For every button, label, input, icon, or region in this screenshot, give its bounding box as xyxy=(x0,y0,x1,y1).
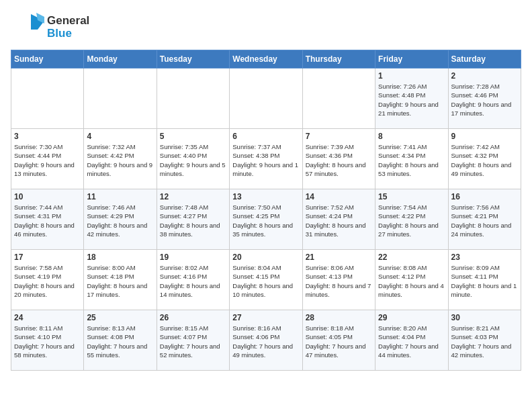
calendar-cell: 26Sunrise: 8:15 AM Sunset: 4:07 PM Dayli… xyxy=(157,310,229,371)
day-info: Sunrise: 7:26 AM Sunset: 4:48 PM Dayligh… xyxy=(378,82,445,118)
page-header: GeneralBlue xyxy=(11,11,521,44)
calendar-cell: 16Sunrise: 7:56 AM Sunset: 4:21 PM Dayli… xyxy=(448,189,521,250)
week-row-3: 10Sunrise: 7:44 AM Sunset: 4:31 PM Dayli… xyxy=(11,189,521,250)
day-number: 30 xyxy=(451,313,518,322)
day-info: Sunrise: 8:15 AM Sunset: 4:07 PM Dayligh… xyxy=(160,324,226,359)
day-info: Sunrise: 7:52 AM Sunset: 4:24 PM Dayligh… xyxy=(306,203,372,238)
day-number: 1 xyxy=(378,71,445,81)
weekday-header-tuesday: Tuesday xyxy=(157,50,229,68)
day-info: Sunrise: 8:18 AM Sunset: 4:05 PM Dayligh… xyxy=(306,324,372,359)
weekday-header-monday: Monday xyxy=(84,50,157,68)
day-info: Sunrise: 7:48 AM Sunset: 4:27 PM Dayligh… xyxy=(160,203,226,238)
calendar-cell: 21Sunrise: 8:06 AM Sunset: 4:13 PM Dayli… xyxy=(302,250,375,310)
week-row-1: 1Sunrise: 7:26 AM Sunset: 4:48 PM Daylig… xyxy=(11,68,521,129)
weekday-header-saturday: Saturday xyxy=(448,50,521,68)
calendar-cell: 5Sunrise: 7:35 AM Sunset: 4:40 PM Daylig… xyxy=(157,129,229,189)
calendar-cell: 19Sunrise: 8:02 AM Sunset: 4:16 PM Dayli… xyxy=(157,250,229,310)
calendar-cell: 13Sunrise: 7:50 AM Sunset: 4:25 PM Dayli… xyxy=(230,189,302,250)
day-number: 24 xyxy=(14,313,81,322)
day-number: 18 xyxy=(87,253,153,262)
day-info: Sunrise: 7:37 AM Sunset: 4:38 PM Dayligh… xyxy=(232,142,299,178)
calendar-table: SundayMondayTuesdayWednesdayThursdayFrid… xyxy=(11,50,521,371)
week-row-5: 24Sunrise: 8:11 AM Sunset: 4:10 PM Dayli… xyxy=(11,310,521,371)
day-number: 16 xyxy=(451,192,518,201)
weekday-header-thursday: Thursday xyxy=(302,50,375,68)
day-number: 28 xyxy=(306,313,372,322)
calendar-cell: 14Sunrise: 7:52 AM Sunset: 4:24 PM Dayli… xyxy=(302,189,375,250)
day-number: 20 xyxy=(232,253,299,262)
day-info: Sunrise: 7:41 AM Sunset: 4:34 PM Dayligh… xyxy=(378,142,445,178)
day-info: Sunrise: 7:42 AM Sunset: 4:32 PM Dayligh… xyxy=(451,142,518,178)
day-info: Sunrise: 8:06 AM Sunset: 4:13 PM Dayligh… xyxy=(306,263,372,299)
day-number: 27 xyxy=(232,313,299,322)
calendar-cell: 18Sunrise: 8:00 AM Sunset: 4:18 PM Dayli… xyxy=(84,250,157,310)
day-info: Sunrise: 7:28 AM Sunset: 4:46 PM Dayligh… xyxy=(451,82,518,118)
calendar-cell: 6Sunrise: 7:37 AM Sunset: 4:38 PM Daylig… xyxy=(230,129,302,189)
day-info: Sunrise: 7:30 AM Sunset: 4:44 PM Dayligh… xyxy=(14,142,81,178)
day-number: 14 xyxy=(306,192,372,201)
day-info: Sunrise: 8:16 AM Sunset: 4:06 PM Dayligh… xyxy=(232,324,299,359)
day-info: Sunrise: 8:11 AM Sunset: 4:10 PM Dayligh… xyxy=(14,324,81,359)
day-info: Sunrise: 7:32 AM Sunset: 4:42 PM Dayligh… xyxy=(87,142,153,178)
logo: GeneralBlue xyxy=(11,11,89,44)
day-info: Sunrise: 7:54 AM Sunset: 4:22 PM Dayligh… xyxy=(378,203,445,238)
day-number: 4 xyxy=(87,132,153,141)
logo-text-block: GeneralBlue xyxy=(47,15,89,40)
calendar-cell: 20Sunrise: 8:04 AM Sunset: 4:15 PM Dayli… xyxy=(230,250,302,310)
calendar-cell: 15Sunrise: 7:54 AM Sunset: 4:22 PM Dayli… xyxy=(375,189,448,250)
day-info: Sunrise: 8:09 AM Sunset: 4:11 PM Dayligh… xyxy=(451,263,518,299)
calendar-cell xyxy=(230,68,302,129)
calendar-cell: 10Sunrise: 7:44 AM Sunset: 4:31 PM Dayli… xyxy=(11,189,84,250)
calendar-cell: 17Sunrise: 7:58 AM Sunset: 4:19 PM Dayli… xyxy=(11,250,84,310)
day-info: Sunrise: 8:04 AM Sunset: 4:15 PM Dayligh… xyxy=(232,263,299,299)
day-info: Sunrise: 7:50 AM Sunset: 4:25 PM Dayligh… xyxy=(232,203,299,238)
day-number: 5 xyxy=(160,132,226,141)
calendar-cell: 11Sunrise: 7:46 AM Sunset: 4:29 PM Dayli… xyxy=(84,189,157,250)
day-number: 23 xyxy=(451,253,518,262)
day-info: Sunrise: 7:35 AM Sunset: 4:40 PM Dayligh… xyxy=(160,142,226,178)
calendar-cell: 22Sunrise: 8:08 AM Sunset: 4:12 PM Dayli… xyxy=(375,250,448,310)
day-info: Sunrise: 8:21 AM Sunset: 4:03 PM Dayligh… xyxy=(451,324,518,359)
calendar-cell xyxy=(11,68,84,129)
calendar-cell: 2Sunrise: 7:28 AM Sunset: 4:46 PM Daylig… xyxy=(448,68,521,129)
week-row-4: 17Sunrise: 7:58 AM Sunset: 4:19 PM Dayli… xyxy=(11,250,521,310)
day-number: 29 xyxy=(378,313,445,322)
day-info: Sunrise: 8:20 AM Sunset: 4:04 PM Dayligh… xyxy=(378,324,445,359)
day-number: 22 xyxy=(378,253,445,262)
calendar-cell: 1Sunrise: 7:26 AM Sunset: 4:48 PM Daylig… xyxy=(375,68,448,129)
calendar-cell: 24Sunrise: 8:11 AM Sunset: 4:10 PM Dayli… xyxy=(11,310,84,371)
calendar-cell xyxy=(157,68,229,129)
calendar-cell: 23Sunrise: 8:09 AM Sunset: 4:11 PM Dayli… xyxy=(448,250,521,310)
calendar-cell: 12Sunrise: 7:48 AM Sunset: 4:27 PM Dayli… xyxy=(157,189,229,250)
day-info: Sunrise: 7:46 AM Sunset: 4:29 PM Dayligh… xyxy=(87,203,153,238)
day-info: Sunrise: 7:56 AM Sunset: 4:21 PM Dayligh… xyxy=(451,203,518,238)
calendar-cell: 7Sunrise: 7:39 AM Sunset: 4:36 PM Daylig… xyxy=(302,129,375,189)
weekday-header-friday: Friday xyxy=(375,50,448,68)
calendar-cell: 29Sunrise: 8:20 AM Sunset: 4:04 PM Dayli… xyxy=(375,310,448,371)
day-number: 26 xyxy=(160,313,226,322)
calendar-cell: 4Sunrise: 7:32 AM Sunset: 4:42 PM Daylig… xyxy=(84,129,157,189)
calendar-cell: 8Sunrise: 7:41 AM Sunset: 4:34 PM Daylig… xyxy=(375,129,448,189)
calendar-cell: 9Sunrise: 7:42 AM Sunset: 4:32 PM Daylig… xyxy=(448,129,521,189)
day-number: 2 xyxy=(451,71,518,81)
logo-general-text: General xyxy=(47,15,89,28)
day-number: 12 xyxy=(160,192,226,201)
calendar-cell: 30Sunrise: 8:21 AM Sunset: 4:03 PM Dayli… xyxy=(448,310,521,371)
day-number: 13 xyxy=(232,192,299,201)
calendar-cell: 27Sunrise: 8:16 AM Sunset: 4:06 PM Dayli… xyxy=(230,310,302,371)
day-number: 9 xyxy=(451,132,518,141)
day-number: 19 xyxy=(160,253,226,262)
day-number: 8 xyxy=(378,132,445,141)
day-number: 3 xyxy=(14,132,81,141)
calendar-cell xyxy=(302,68,375,129)
day-number: 25 xyxy=(87,313,153,322)
day-info: Sunrise: 8:08 AM Sunset: 4:12 PM Dayligh… xyxy=(378,263,445,299)
day-info: Sunrise: 7:58 AM Sunset: 4:19 PM Dayligh… xyxy=(14,263,81,299)
week-row-2: 3Sunrise: 7:30 AM Sunset: 4:44 PM Daylig… xyxy=(11,129,521,189)
day-info: Sunrise: 8:02 AM Sunset: 4:16 PM Dayligh… xyxy=(160,263,226,299)
day-info: Sunrise: 7:44 AM Sunset: 4:31 PM Dayligh… xyxy=(14,203,81,238)
weekday-header-wednesday: Wednesday xyxy=(230,50,302,68)
day-number: 10 xyxy=(14,192,81,201)
day-number: 17 xyxy=(14,253,81,262)
calendar-cell: 3Sunrise: 7:30 AM Sunset: 4:44 PM Daylig… xyxy=(11,129,84,189)
